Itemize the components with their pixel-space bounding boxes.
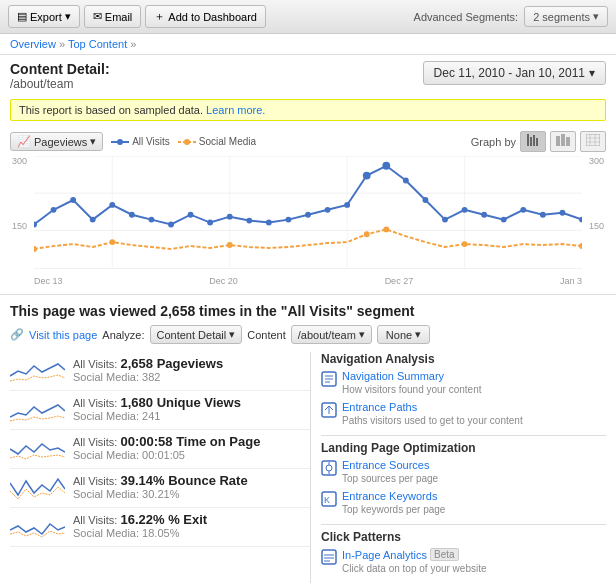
export-chevron: ▾ [65,10,71,23]
sparkline-exit [10,512,65,542]
entrance-sources-text: Entrance Sources Top sources per page [342,459,438,485]
analyze-bar: 🔗 Visit this page Analyze: Content Detai… [10,325,606,344]
metric-row-exit: All Visits: 16.22% % Exit Social Media: … [10,508,310,547]
page-subtitle: /about/team [10,77,110,91]
month-view-button[interactable] [580,131,606,152]
sampled-notice: This report is based on sampled data. Le… [10,99,606,121]
entrance-keywords-link[interactable]: Entrance Keywords [342,490,445,502]
graph-controls: 📈 Pageviews ▾ All Visits Social Media [10,131,606,152]
svg-rect-10 [566,137,570,146]
entrance-keywords-text: Entrance Keywords Top keywords per page [342,490,445,516]
metrics-panel: All Visits: 2,658 Pageviews Social Media… [10,352,606,583]
sparkline-pageviews [10,356,65,386]
svg-point-53 [34,246,37,252]
svg-rect-9 [561,134,565,146]
content-value-dropdown[interactable]: /about/team ▾ [291,325,372,344]
svg-point-48 [501,217,507,223]
dashboard-button[interactable]: ＋ Add to Dashboard [145,5,266,28]
svg-point-25 [51,207,57,213]
svg-point-30 [148,217,154,223]
none-dropdown[interactable]: None ▾ [377,325,430,344]
metric-data-exit: All Visits: 16.22% % Exit Social Media: … [73,512,310,539]
breadcrumb-overview[interactable]: Overview [10,38,56,50]
visit-page-link[interactable]: Visit this page [29,329,97,341]
in-page-analytics-text: In-Page Analytics Beta Click data on top… [342,548,487,575]
metric-allvisits-unique-views: All Visits: 1,680 Unique Views [73,395,310,410]
svg-point-46 [462,207,468,213]
svg-point-28 [109,202,115,208]
none-chevron: ▾ [415,328,421,341]
breadcrumb: Overview » Top Content » [0,34,616,55]
content-detail-dropdown[interactable]: Content Detail ▾ [150,325,243,344]
email-button[interactable]: ✉ Email [84,5,142,28]
svg-point-36 [266,220,272,226]
svg-point-47 [481,212,487,218]
segments-dropdown[interactable]: 2 segments ▾ [524,6,608,27]
svg-point-50 [540,212,546,218]
nav-summary-text: Navigation Summary How visitors found yo… [342,370,482,396]
svg-point-67 [326,465,332,471]
metric-data-unique-views: All Visits: 1,680 Unique Views Social Me… [73,395,310,422]
chart-y-labels-right: 300 150 [587,156,606,286]
entrance-paths-link[interactable]: Entrance Paths [342,401,523,413]
metric-row-pageviews: All Visits: 2,658 Pageviews Social Media… [10,352,310,391]
learn-more-link[interactable]: Learn more. [206,104,265,116]
metric-row-bounce-rate: All Visits: 39.14% Bounce Rate Social Me… [10,469,310,508]
svg-point-58 [462,241,468,247]
date-range-picker[interactable]: Dec 11, 2010 - Jan 10, 2011 ▾ [423,61,606,85]
svg-point-34 [227,214,233,220]
toolbar: ▤ Export ▾ ✉ Email ＋ Add to Dashboard Ad… [0,0,616,34]
metric-data-time-on-page: All Visits: 00:00:58 Time on Page Social… [73,434,310,461]
day-view-button[interactable] [520,131,546,152]
svg-point-41 [363,172,371,180]
sparkline-bounce-rate [10,473,65,503]
svg-point-52 [579,217,582,223]
entrance-sources-icon [321,460,337,476]
nav-summary-link[interactable]: Navigation Summary [342,370,482,382]
metric-data-pageviews: All Visits: 2,658 Pageviews Social Media… [73,356,310,383]
toolbar-right: Advanced Segments: 2 segments ▾ [414,6,608,27]
metric-dropdown[interactable]: 📈 Pageviews ▾ [10,132,103,151]
svg-point-29 [129,212,135,218]
svg-point-33 [207,220,213,226]
legend-social-media-icon [178,138,196,146]
svg-rect-8 [556,136,560,146]
entrance-paths-item: Entrance Paths Paths visitors used to ge… [321,401,606,427]
legend-all-visits-icon [111,138,129,146]
nav-divider-1 [321,435,606,436]
svg-point-55 [227,242,233,248]
svg-point-45 [442,217,448,223]
svg-point-31 [168,222,174,228]
toolbar-left: ▤ Export ▾ ✉ Email ＋ Add to Dashboard [8,5,266,28]
metrics-left: All Visits: 2,658 Pageviews Social Media… [10,352,310,583]
page-title: Content Detail: [10,61,110,77]
nav-divider-2 [321,524,606,525]
svg-point-49 [520,207,526,213]
legend-all-visits: All Visits [111,136,170,147]
adv-segments-label: Advanced Segments: [414,11,519,23]
in-page-analytics-link[interactable]: In-Page Analytics [342,549,427,561]
svg-point-35 [246,218,252,224]
nav-summary-icon [321,371,337,387]
metric-social-bounce-rate: Social Media: 30.21% [73,488,310,500]
svg-point-37 [285,217,291,223]
dashboard-icon: ＋ [154,9,165,24]
metric-data-bounce-rate: All Visits: 39.14% Bounce Rate Social Me… [73,473,310,500]
entrance-keywords-item: K Entrance Keywords Top keywords per pag… [321,490,606,516]
entrance-keywords-icon: K [321,491,337,507]
breadcrumb-top-content[interactable]: Top Content [68,38,127,50]
svg-point-54 [109,239,115,245]
metric-social-time-on-page: Social Media: 00:01:05 [73,449,310,461]
svg-rect-6 [533,135,535,146]
export-button[interactable]: ▤ Export ▾ [8,5,80,28]
nav-analysis-title: Navigation Analysis [321,352,606,366]
svg-rect-5 [530,137,532,146]
legend-social-media: Social Media [178,136,256,147]
chart-y-labels-left: 300 150 [10,156,29,286]
svg-point-57 [383,226,389,232]
svg-point-51 [559,210,565,216]
entrance-paths-text: Entrance Paths Paths visitors used to ge… [342,401,523,427]
week-view-button[interactable] [550,131,576,152]
svg-point-38 [305,212,311,218]
entrance-sources-link[interactable]: Entrance Sources [342,459,438,471]
